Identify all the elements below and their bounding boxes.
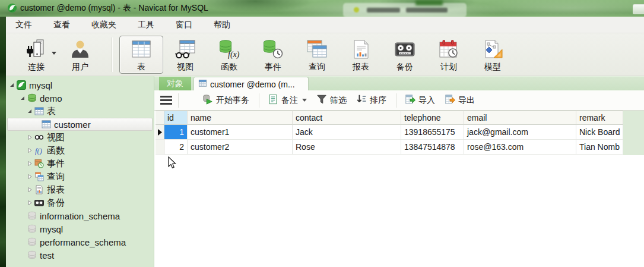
model-label: 模型: [484, 62, 501, 73]
database-green-icon: [27, 93, 37, 103]
functions-button[interactable]: f(x) 函数: [207, 36, 251, 74]
tree-item-label: demo: [40, 93, 62, 103]
tables-button[interactable]: 表: [119, 36, 163, 74]
menu-icon[interactable]: [160, 96, 172, 105]
cell-contact[interactable]: Jack: [293, 125, 401, 140]
cell-contact[interactable]: Rose: [293, 140, 401, 155]
queries-button[interactable]: 查询: [295, 36, 339, 74]
import-label: 导入: [418, 95, 435, 106]
expander-collapsed-icon[interactable]: [26, 173, 33, 180]
tree-item-reports-folder[interactable]: 报表: [6, 183, 154, 196]
cell-email[interactable]: jack@gmail.com: [464, 125, 576, 140]
menu-window[interactable]: 窗口: [169, 17, 199, 33]
column-header-telephone[interactable]: telephone: [401, 111, 464, 125]
column-header-id[interactable]: id: [164, 111, 188, 125]
event-icon: [34, 159, 45, 168]
expander-expanded-icon[interactable]: [26, 108, 33, 115]
expander-collapsed-icon[interactable]: [26, 199, 33, 206]
report-icon: [350, 38, 372, 61]
views-button[interactable]: 视图: [163, 36, 207, 74]
cell-telephone[interactable]: 13918655175: [401, 125, 464, 140]
tree-item-test-schema[interactable]: test: [6, 249, 154, 262]
memo-dropdown-icon[interactable]: [302, 99, 307, 102]
user-label: 用户: [72, 62, 88, 73]
events-button[interactable]: 事件: [251, 36, 295, 74]
expander-collapsed-icon[interactable]: [26, 186, 33, 193]
export-button[interactable]: 导出: [440, 92, 480, 109]
database-gray-icon: [27, 211, 37, 221]
grid-corner[interactable]: [156, 111, 164, 125]
menu-favorites[interactable]: 收藏夹: [84, 17, 123, 33]
events-label: 事件: [265, 62, 281, 73]
model-button[interactable]: 模型: [471, 36, 515, 74]
begin-transaction-icon: [202, 94, 213, 106]
tree-item-mysql-connection[interactable]: mysql: [6, 78, 154, 92]
tree-item-mysql-schema[interactable]: mysql: [6, 222, 154, 235]
tab-customer-table[interactable]: customer @demo (m...: [193, 77, 309, 91]
expander-expanded-icon[interactable]: [8, 81, 15, 89]
column-header-email[interactable]: email: [464, 111, 576, 125]
tree-item-events-folder[interactable]: 事件: [6, 157, 154, 170]
reports-label: 报表: [353, 62, 369, 73]
table-icon: [198, 79, 207, 89]
user-button[interactable]: 用户: [58, 36, 102, 74]
expander-collapsed-icon[interactable]: [26, 147, 33, 154]
filter-button[interactable]: 筛选: [312, 92, 351, 109]
column-header-remark[interactable]: remark: [576, 111, 623, 125]
cell-id[interactable]: 1: [164, 125, 188, 140]
cell-name[interactable]: customer1: [188, 125, 293, 140]
tree-item-demo-database[interactable]: demo: [6, 92, 154, 105]
menu-file[interactable]: 文件: [8, 17, 39, 33]
tree-item-tables-folder[interactable]: 表: [6, 105, 154, 118]
background-window-blur: [415, 0, 443, 5]
row-indicator[interactable]: [156, 125, 164, 140]
cell-remark[interactable]: Tian Nomb: [576, 140, 623, 155]
cell-remark[interactable]: Nick Board: [576, 125, 623, 140]
expander-collapsed-icon[interactable]: [26, 134, 33, 141]
expander-collapsed-icon[interactable]: [26, 160, 33, 167]
tree-item-backup-folder[interactable]: 备份: [6, 196, 154, 209]
tab-objects[interactable]: 对象: [159, 77, 191, 91]
tree-item-information-schema[interactable]: information_schema: [6, 209, 154, 222]
tree-item-queries-folder[interactable]: 查询: [6, 170, 154, 183]
menu-tools[interactable]: 工具: [131, 17, 161, 33]
memo-button[interactable]: 备注: [263, 92, 312, 109]
connection-button[interactable]: 连接: [14, 36, 58, 74]
tree-item-functions-folder[interactable]: f() 函数: [6, 144, 154, 157]
expander-expanded-icon[interactable]: [19, 95, 26, 102]
background-window-blur: [343, 3, 467, 17]
cell-email[interactable]: rose@163.com: [464, 140, 576, 155]
minimize-button[interactable]: [633, 4, 644, 14]
cell-telephone[interactable]: 13847514878: [401, 140, 464, 155]
filter-label: 筛选: [330, 95, 347, 106]
tree-item-label: information_schema: [40, 211, 120, 221]
reports-button[interactable]: 报表: [339, 36, 383, 74]
tree-item-views-folder[interactable]: 视图: [6, 131, 154, 144]
menu-view[interactable]: 查看: [46, 17, 77, 33]
backup-icon: [394, 38, 415, 61]
menu-help[interactable]: 帮助: [207, 17, 237, 33]
connection-dropdown-icon[interactable]: [52, 52, 56, 55]
import-button[interactable]: 导入: [400, 92, 440, 109]
tree-item-label: 表: [47, 106, 56, 117]
begin-transaction-button[interactable]: 开始事务: [198, 92, 254, 109]
background-window-blur: [406, 8, 448, 12]
expander-placeholder: [19, 225, 26, 233]
connection-tree: mysql demo 表 customer 视图 f() 函数: [6, 76, 154, 267]
column-header-name[interactable]: name: [188, 111, 293, 125]
row-indicator[interactable]: [156, 140, 164, 155]
tree-item-label: test: [40, 250, 54, 260]
column-header-contact[interactable]: contact: [293, 111, 401, 125]
import-icon: [405, 94, 415, 106]
navicat-logo-icon: [7, 3, 17, 15]
backup-button[interactable]: 备份: [383, 36, 427, 74]
cell-id[interactable]: 2: [164, 140, 188, 155]
tree-item-label: 备份: [47, 197, 65, 209]
tree-item-label: customer: [54, 120, 91, 130]
backup-icon: [34, 198, 45, 208]
sort-button[interactable]: 排序: [351, 92, 391, 109]
cell-name[interactable]: customer2: [188, 140, 293, 155]
schedule-button[interactable]: 计划: [427, 36, 471, 74]
tree-item-customer-table[interactable]: customer: [6, 118, 154, 131]
tree-item-performance-schema[interactable]: performance_schema: [6, 235, 154, 249]
